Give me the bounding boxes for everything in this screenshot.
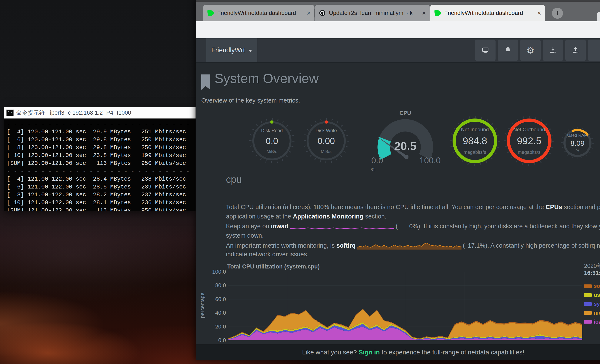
nodes-view-button[interactable] — [475, 40, 496, 61]
y-tick: 40.0 — [205, 309, 226, 316]
legend-swatch — [584, 311, 592, 315]
tab-title: Update r2s_lean_minimal.yml · k — [329, 10, 419, 16]
gauge-label: Net Outbound — [513, 127, 545, 132]
tab-github[interactable]: Update r2s_lean_minimal.yml · k × — [315, 5, 430, 21]
bookmark-icon — [201, 75, 210, 90]
gauge-value: 0.00 — [318, 136, 335, 146]
clipped-toolbar-button[interactable] — [588, 40, 600, 61]
gauge-ring: Disk Read 0.0 MiB/s — [252, 121, 291, 160]
tab-strip: FriendlyWrt netdata dashboard × Update r… — [196, 2, 600, 21]
legend-swatch — [584, 302, 592, 306]
applications-monitoring-link[interactable]: Applications Monitoring — [293, 213, 363, 220]
cpu-description-line: indicate network driver issues. — [226, 251, 309, 258]
netdata-favicon-icon — [434, 10, 441, 16]
cpu-description-line: system down. — [226, 232, 264, 239]
page-subtitle: Overview of the key system metrics. — [201, 97, 300, 104]
gauge-cpu[interactable]: CPU 20.5 0.0 100.0 % — [370, 110, 441, 171]
gauge-label: Disk Read — [261, 128, 282, 133]
ram-usage-arc — [563, 129, 591, 157]
bell-icon — [504, 46, 512, 54]
cpu-description-line: Keep an eye on iowait(0%). If it is cons… — [226, 223, 600, 230]
signin-banner: Like what you see? Sign in to experience… — [196, 344, 600, 360]
softirq-sparkline[interactable] — [357, 241, 461, 250]
legend-label: iowait — [594, 319, 600, 325]
export-snapshot-button[interactable] — [565, 40, 586, 61]
netdata-dashboard: FriendlyWrt ⚙ — [196, 38, 600, 360]
terminal-title: 命令提示符 - iperf3 -c 192.168.1.2 -P4 -t1000 — [16, 109, 131, 117]
gauge-value: 0.0 — [266, 136, 278, 146]
legend-swatch — [584, 320, 592, 324]
terminal-body[interactable]: - - - - - - - - - - - - - - - - - - - - … — [4, 119, 196, 211]
page-title: System Overview — [215, 71, 319, 86]
chart-title: Total CPU utilization (system.cpu) — [227, 263, 320, 270]
gauge-ring: Net Inbound 984.8 megabits/s — [452, 119, 497, 163]
terminal-titlebar[interactable]: C:\ 命令提示符 - iperf3 -c 192.168.1.2 -P4 -t… — [4, 107, 196, 119]
gauge-unit: MiB/s — [321, 149, 331, 154]
github-favicon-icon — [319, 10, 326, 16]
chart-timestamp-time: 16:31:2 — [584, 270, 600, 276]
gauge-ring: Disk Write 0.00 MiB/s — [307, 121, 346, 160]
cpu-description-line: application usage at the Applications Mo… — [226, 213, 386, 220]
legend-swatch — [584, 284, 592, 288]
legend-item-nice[interactable]: nice — [584, 310, 600, 316]
tab-close-icon[interactable]: × — [422, 9, 426, 16]
netdata-favicon-icon — [207, 10, 214, 16]
new-tab-button[interactable]: + — [552, 8, 563, 19]
browser-frame-top — [196, 0, 600, 2]
gauge-value: 992.5 — [517, 135, 541, 147]
tab-netdata-2-active[interactable]: FriendlyWrt netdata dashboard × — [430, 5, 545, 21]
gauge-max: 100.0 — [419, 156, 441, 165]
cpu-description-line: Total CPU utilization (all cores). 100% … — [226, 204, 600, 211]
legend-item-softirq[interactable]: softirq — [584, 283, 600, 289]
legend-label: system — [594, 301, 600, 307]
gauge-unit: megabits/s — [464, 149, 486, 155]
host-name: FriendlyWrt — [211, 46, 245, 54]
cmd-prompt-icon: C:\ — [6, 110, 14, 116]
legend-item-user[interactable]: user — [584, 292, 600, 298]
tab-separator — [314, 9, 314, 18]
tab-netdata-1[interactable]: FriendlyWrt netdata dashboard × — [203, 5, 314, 21]
download-icon — [549, 46, 557, 54]
iowait-percent: 0% — [398, 223, 418, 230]
legend-item-system[interactable]: system — [584, 301, 600, 307]
terminal-window[interactable]: C:\ 命令提示符 - iperf3 -c 192.168.1.2 -P4 -t… — [4, 107, 196, 211]
browser-window: FriendlyWrt netdata dashboard × Update r… — [196, 0, 600, 360]
gauge-net-outbound[interactable]: Net Outbound 992.5 megabits/s — [507, 119, 552, 163]
legend-swatch — [584, 293, 592, 297]
gear-icon: ⚙ — [526, 45, 534, 56]
cpus-link[interactable]: CPUs — [545, 204, 562, 210]
tab-title: FriendlyWrt netdata dashboard — [444, 10, 535, 16]
tab-title: FriendlyWrt netdata dashboard — [217, 10, 304, 16]
gauge-label: Net Inbound — [461, 127, 489, 132]
tab-close-icon[interactable]: × — [307, 9, 311, 16]
gauge-net-inbound[interactable]: Net Inbound 984.8 megabits/s — [452, 119, 497, 163]
gauge-used-ram[interactable]: Used RAM 8.09 % — [563, 129, 591, 157]
gauge-disk-write[interactable]: Disk Write 0.00 MiB/s — [307, 121, 346, 160]
settings-button[interactable]: ⚙ — [520, 40, 541, 61]
cpu-utilization-chart[interactable] — [228, 272, 582, 340]
signin-link[interactable]: Sign in — [358, 349, 380, 356]
alarms-button[interactable] — [498, 40, 518, 61]
iowait-sparkline[interactable] — [290, 223, 394, 229]
gauge-unit: MiB/s — [267, 149, 277, 154]
terminal-output: - - - - - - - - - - - - - - - - - - - - … — [7, 120, 193, 211]
upload-icon — [572, 46, 580, 54]
browser-toolbar: 不安全 192.168.2.1:19999/#menu_system_subme… — [196, 21, 600, 38]
gauge-unit: megabits/s — [518, 149, 540, 155]
gauge-value: 984.8 — [463, 135, 487, 147]
host-dropdown[interactable]: FriendlyWrt — [206, 38, 257, 62]
gauge-disk-read[interactable]: Disk Read 0.0 MiB/s — [252, 121, 291, 160]
legend-item-iowait[interactable]: iowait — [584, 319, 600, 325]
y-tick: 20.0 — [205, 323, 226, 330]
chart-canvas — [228, 272, 582, 340]
tab-close-icon[interactable]: × — [537, 9, 541, 16]
gauge-label: CPU — [370, 110, 441, 116]
chart-legend: softirq user system nice iowait — [584, 283, 600, 328]
legend-label: user — [594, 292, 600, 298]
screen: { "desktop": { "terminal": { "title": "命… — [0, 0, 600, 364]
y-tick: 100.0 — [205, 269, 226, 275]
status-dot — [271, 121, 274, 124]
legend-label: softirq — [594, 283, 600, 289]
import-snapshot-button[interactable] — [543, 40, 563, 61]
gauge-min: 0.0 — [371, 156, 383, 165]
